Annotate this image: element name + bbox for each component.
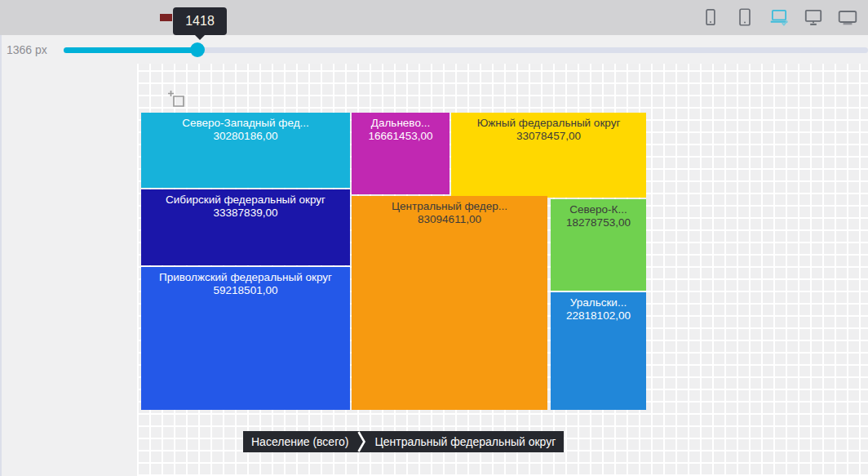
tile-value: 30280186,00 [141,130,350,143]
hidden-red-element [160,14,172,21]
device-desktop-icon[interactable] [803,7,824,28]
tile-label: Уральски... [551,296,646,309]
treemap-tile-7[interactable]: Северо-К... 18278753,00 [551,199,646,291]
device-laptop-icon[interactable] [768,7,790,28]
breadcrumb-item-district[interactable]: Центральный федеральный округ [366,431,564,452]
tile-label: Сибирский федеральный округ [141,194,350,207]
treemap-tile-2[interactable]: Сибирский федеральный округ 33387839,00 [141,189,350,265]
tile-value: 16661453,00 [352,130,450,143]
tile-label: Северо-Западный фед... [141,117,350,130]
add-widget-icon[interactable] [167,90,187,109]
width-slider-fill [64,47,197,53]
device-tv-icon[interactable] [837,7,858,28]
tile-label: Центральный федер... [352,200,547,213]
device-phone-icon[interactable] [700,7,721,28]
device-tablet-icon[interactable] [734,7,755,28]
tile-value: 22818102,00 [551,309,646,323]
tile-label: Приволжский федеральный округ [141,271,350,284]
tile-value: 83094611,00 [352,213,547,226]
tile-value: 33078457,00 [451,130,646,143]
device-toolbar [0,0,868,35]
width-tooltip: 1418 [173,7,227,35]
canvas-left-edge [0,35,2,476]
tile-value: 33387839,00 [141,207,350,220]
treemap-chart: Северо-Западный фед... 30280186,00 Сибир… [141,113,646,410]
breadcrumb: Население (всего) Центральный федеральны… [243,431,564,452]
treemap-tile-5[interactable]: Южный федеральный округ 33078457,00 [451,113,646,198]
breadcrumb-item-measure[interactable]: Население (всего) [243,431,356,452]
tile-label: Южный федеральный округ [451,117,646,130]
treemap-tile-4[interactable]: Дальнево... 16661453,00 [352,113,450,194]
tile-label: Северо-К... [551,203,646,216]
treemap-tile-1[interactable]: Северо-Западный фед... 30280186,00 [141,113,350,188]
width-tooltip-value: 1418 [185,14,215,29]
treemap-tile-8[interactable]: Уральски... 22818102,00 [551,292,646,410]
treemap-tile-3[interactable]: Приволжский федеральный округ 59218501,0… [141,267,350,410]
treemap-tile-6[interactable]: Центральный федер... 83094611,00 [352,196,547,410]
tile-value: 18278753,00 [551,216,646,229]
min-width-label: 1366 px [7,43,47,56]
chevron-right-icon [356,431,366,452]
device-switcher [700,7,858,28]
tile-value: 59218501,00 [141,284,350,297]
tile-label: Дальнево... [352,117,450,130]
